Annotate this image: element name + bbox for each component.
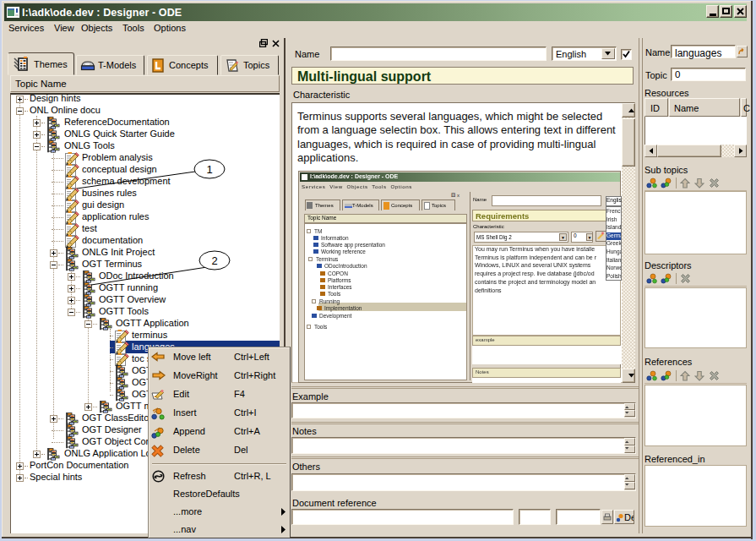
- svg-text:1: 1: [206, 163, 212, 176]
- svg-text:2: 2: [211, 254, 217, 267]
